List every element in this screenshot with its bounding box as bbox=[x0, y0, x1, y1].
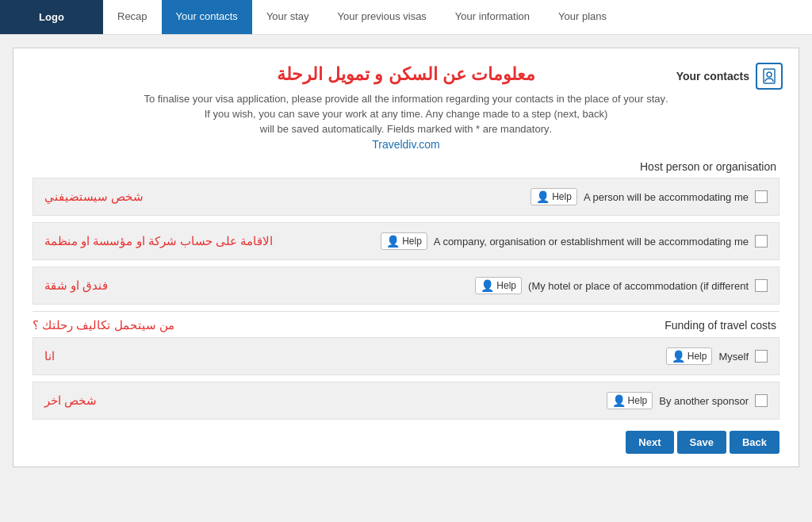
option-label-en-1: A company, organisation or establishment… bbox=[434, 236, 749, 248]
help-button-host-0[interactable]: 👤 Help bbox=[530, 188, 577, 205]
main-content: Your contacts معلومات عن السكن و تمويل ا… bbox=[0, 35, 812, 480]
help-button-host-2[interactable]: 👤 Help bbox=[475, 277, 522, 294]
funding-options-container: انا 👤 Help Myself شخص اخر 👤 Help By anot… bbox=[33, 337, 779, 420]
nav-tab-your-contacts[interactable]: Your contacts bbox=[162, 0, 252, 34]
logo-area: Logo bbox=[0, 0, 103, 34]
option-arabic-0: شخص سيستضيفني bbox=[44, 190, 144, 204]
funding-label-en-0: Myself bbox=[718, 351, 749, 363]
contacts-badge-text: Your contacts bbox=[676, 70, 749, 83]
info-text-line3: .will be saved automatically. Fields mar… bbox=[33, 123, 779, 135]
funding-section-label: Funding of travel costs bbox=[665, 319, 779, 332]
funding-arabic-0: انا bbox=[44, 349, 55, 363]
nav-tab-your-plans[interactable]: Your plans bbox=[544, 0, 621, 34]
nav-tab-recap[interactable]: Recap bbox=[103, 0, 162, 34]
option-label-en-0: A person will be accommodating me bbox=[584, 191, 749, 203]
save-button[interactable]: Save bbox=[677, 431, 726, 454]
svg-point-1 bbox=[767, 72, 772, 77]
funding-option-row-0: انا 👤 Help Myself bbox=[33, 337, 779, 375]
option-label-en-2: (My hotel or place of accommodation (if … bbox=[528, 280, 749, 292]
funding-question-arabic: من سيتحمل تكاليف رحلتك ؟ bbox=[33, 318, 174, 332]
contacts-badge-icon bbox=[756, 63, 783, 90]
help-button-funding-0[interactable]: 👤 Help bbox=[666, 347, 713, 365]
funding-option-row-1: شخص اخر 👤 Help By another sponsor bbox=[33, 382, 779, 420]
nav-tab-your-stay[interactable]: Your stay bbox=[252, 0, 324, 34]
divider bbox=[33, 311, 779, 312]
contacts-badge: Your contacts bbox=[676, 63, 783, 90]
info-text-line1: .To finalise your visa application, plea… bbox=[33, 93, 779, 105]
top-navigation: Logo RecapYour contactsYour stayYour pre… bbox=[0, 0, 812, 35]
logo-text: Logo bbox=[39, 11, 64, 23]
page-title-arabic: معلومات عن السكن و تمويل الرحلة bbox=[33, 64, 779, 85]
option-checkbox-host-1[interactable] bbox=[755, 235, 768, 248]
nav-tab-your-previous-visas[interactable]: Your previous visas bbox=[324, 0, 441, 34]
info-text-line2: (If you wish, you can save your work at … bbox=[33, 108, 779, 120]
help-button-funding-1[interactable]: 👤 Help bbox=[607, 392, 653, 409]
bottom-bar: Next Save Back bbox=[33, 431, 779, 454]
host-options-container: شخص سيستضيفني 👤 Help A person will be ac… bbox=[33, 178, 779, 305]
option-checkbox-funding-0[interactable] bbox=[755, 350, 768, 363]
nav-tab-your-information[interactable]: Your information bbox=[441, 0, 544, 34]
option-arabic-2: فندق او شقة bbox=[44, 278, 108, 293]
help-button-host-1[interactable]: 👤 Help bbox=[381, 232, 427, 250]
host-option-row-0: شخص سيستضيفني 👤 Help A person will be ac… bbox=[33, 178, 779, 216]
next-button[interactable]: Next bbox=[626, 431, 673, 454]
funding-label-en-1: By another sponsor bbox=[659, 395, 749, 407]
nav-tabs: RecapYour contactsYour stayYour previous… bbox=[103, 0, 812, 34]
back-button[interactable]: Back bbox=[730, 431, 779, 454]
funding-arabic-1: شخص اخر bbox=[44, 393, 97, 408]
brand-link: Traveldiv.com bbox=[33, 138, 779, 151]
option-checkbox-funding-1[interactable] bbox=[755, 394, 768, 407]
option-checkbox-host-0[interactable] bbox=[755, 190, 768, 203]
host-option-row-1: الاقامة على حساب شركة او مؤسسة او منظمة … bbox=[33, 222, 779, 260]
card: Your contacts معلومات عن السكن و تمويل ا… bbox=[13, 48, 799, 467]
option-arabic-1: الاقامة على حساب شركة او مؤسسة او منظمة bbox=[44, 234, 273, 248]
host-option-row-2: فندق او شقة 👤 Help (My hotel or place of… bbox=[33, 267, 779, 305]
option-checkbox-host-2[interactable] bbox=[755, 279, 768, 292]
host-section-label: Host person or organisation bbox=[33, 160, 779, 173]
